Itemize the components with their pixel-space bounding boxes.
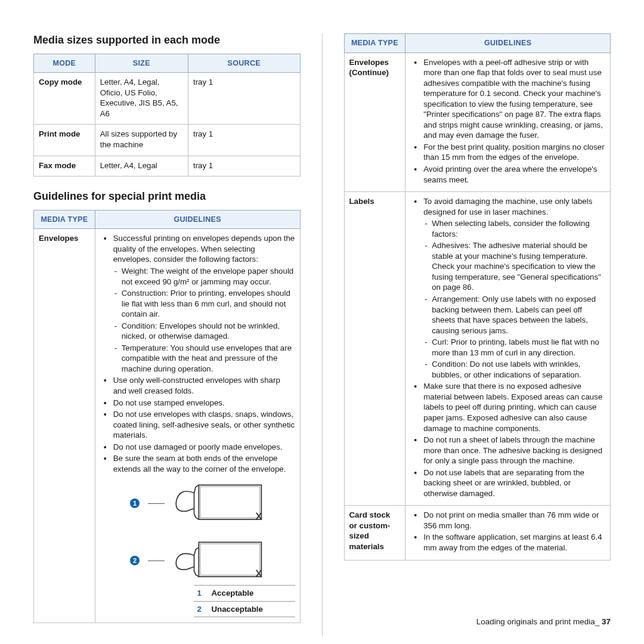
envelope-diagram: 1 2 xyxy=(100,482,295,581)
cell-mediatype: Envelopes xyxy=(34,229,95,623)
cell-guidelines: To avoid damaging the machine, use only … xyxy=(405,192,611,506)
bullet: Use only well-constructed envelopes with… xyxy=(100,375,295,396)
cell-size: Letter, A4, Legal xyxy=(95,156,188,177)
bullet: Envelopes with a peel-off adhesive strip… xyxy=(410,57,605,141)
svg-rect-0 xyxy=(199,485,261,520)
cell-mediatype: Envelopes (Continue) xyxy=(344,52,405,192)
right-column: MEDIA TYPE GUIDELINES Envelopes (Continu… xyxy=(344,33,611,636)
dash: Temperature: You should use envelopes th… xyxy=(113,343,295,374)
page-footer: Loading originals and print media_ 37 xyxy=(476,617,611,627)
th-mediatype: MEDIA TYPE xyxy=(34,210,95,229)
bullet: Do not print on media smaller than 76 mm… xyxy=(410,510,605,531)
cell-source: tray 1 xyxy=(188,125,300,156)
dash: Weight: The weight of the envelope paper… xyxy=(113,266,295,287)
legend-num: 1 xyxy=(197,588,205,599)
badge-two: 2 xyxy=(130,556,140,565)
table-row: Fax mode Letter, A4, Legal tray 1 xyxy=(34,156,301,177)
diagram-legend: 1 Acceptable 2 Unacceptable xyxy=(194,585,295,617)
cell-source: tray 1 xyxy=(188,73,300,125)
bullet: To avoid damaging the machine, use only … xyxy=(410,196,605,380)
row-labels: Labels To avoid damaging the machine, us… xyxy=(344,192,611,506)
th-size: SIZE xyxy=(95,54,188,73)
bullet: For the best print quality, position mar… xyxy=(410,142,605,163)
bullet: In the software application, set margins… xyxy=(410,532,605,553)
badge-one: 1 xyxy=(130,499,140,508)
media-sizes-table: MODE SIZE SOURCE Copy mode Letter, A4, L… xyxy=(33,54,301,177)
bullet: Make sure that there is no exposed adhes… xyxy=(410,381,605,434)
bullet: Do not use damaged or poorly made envelo… xyxy=(100,442,295,453)
svg-rect-1 xyxy=(200,487,260,518)
cell-guidelines: Do not print on media smaller than 76 mm… xyxy=(405,506,611,560)
row-envelopes-continue: Envelopes (Continue) Envelopes with a pe… xyxy=(344,52,611,192)
th-mediatype: MEDIA TYPE xyxy=(344,34,405,53)
dash: Condition: Envelopes should not be wrink… xyxy=(113,321,295,342)
cell-mode: Fax mode xyxy=(34,156,95,177)
legend-label: Unacceptable xyxy=(212,604,263,615)
row-envelopes: Envelopes Successful printing on envelop… xyxy=(34,229,301,623)
dash: Curl: Prior to printing, labels must lie… xyxy=(423,337,605,358)
cell-mode: Print mode xyxy=(34,125,95,156)
cell-mediatype: Labels xyxy=(344,192,405,506)
row-cardstock: Card stock or custom-sized materials Do … xyxy=(344,506,611,560)
cell-size: Letter, A4, Legal, Oficio, US Folio, Exe… xyxy=(95,73,188,125)
cell-guidelines: Successful printing on envelopes depends… xyxy=(95,229,300,623)
bullet: Avoid printing over the area where the e… xyxy=(410,164,605,185)
dash: Construction: Prior to printing, envelop… xyxy=(113,288,295,320)
cell-guidelines: Envelopes with a peel-off adhesive strip… xyxy=(405,52,611,192)
legend-num: 2 xyxy=(197,604,205,615)
legend-label: Acceptable xyxy=(212,588,254,599)
dash: Adhesives: The adhesive material should … xyxy=(423,240,605,293)
legend-row: 2 Unacceptable xyxy=(194,601,295,618)
cell-size: All sizes supported by the machine xyxy=(95,125,188,156)
th-guidelines: GUIDELINES xyxy=(405,34,611,53)
envelope-unacceptable-icon xyxy=(169,540,265,581)
bullet: Do not use labels that are separating fr… xyxy=(410,467,605,499)
bullet: Do not run a sheet of labels through the… xyxy=(410,435,605,466)
cell-mode: Copy mode xyxy=(34,73,95,125)
guidelines-table-left: MEDIA TYPE GUIDELINES Envelopes Successf… xyxy=(33,210,301,624)
bullet: Successful printing on envelopes depends… xyxy=(100,233,295,374)
th-source: SOURCE xyxy=(188,54,300,73)
section2-heading: Guidelines for special print media xyxy=(33,190,301,204)
guidelines-table-right: MEDIA TYPE GUIDELINES Envelopes (Continu… xyxy=(344,33,611,561)
cell-mediatype: Card stock or custom-sized materials xyxy=(344,506,405,560)
bullet: Be sure the seam at both ends of the env… xyxy=(100,453,295,474)
cell-source: tray 1 xyxy=(188,156,300,177)
dash: When selecting labels, consider the foll… xyxy=(423,218,605,239)
column-divider xyxy=(322,33,323,636)
left-column: Media sizes supported in each mode MODE … xyxy=(33,33,301,636)
table-row: Copy mode Letter, A4, Legal, Oficio, US … xyxy=(34,73,301,125)
footer-text: Loading originals and print media_ xyxy=(476,617,599,626)
svg-rect-4 xyxy=(199,543,261,577)
bullet: Do not use stamped envelopes. xyxy=(100,398,295,408)
th-mode: MODE xyxy=(34,54,95,73)
page-number: 37 xyxy=(602,617,611,626)
legend-row: 1 Acceptable xyxy=(194,585,295,601)
th-guidelines: GUIDELINES xyxy=(95,210,300,229)
section1-heading: Media sizes supported in each mode xyxy=(33,33,301,48)
svg-rect-5 xyxy=(200,544,260,575)
bullet: Do not use envelopes with clasps, snaps,… xyxy=(100,409,295,441)
dash: Arrangement: Only use labels with no exp… xyxy=(423,294,605,336)
envelope-acceptable-icon xyxy=(169,482,265,524)
dash: Condition: Do not use labels with wrinkl… xyxy=(423,359,605,380)
table-row: Print mode All sizes supported by the ma… xyxy=(34,125,301,156)
